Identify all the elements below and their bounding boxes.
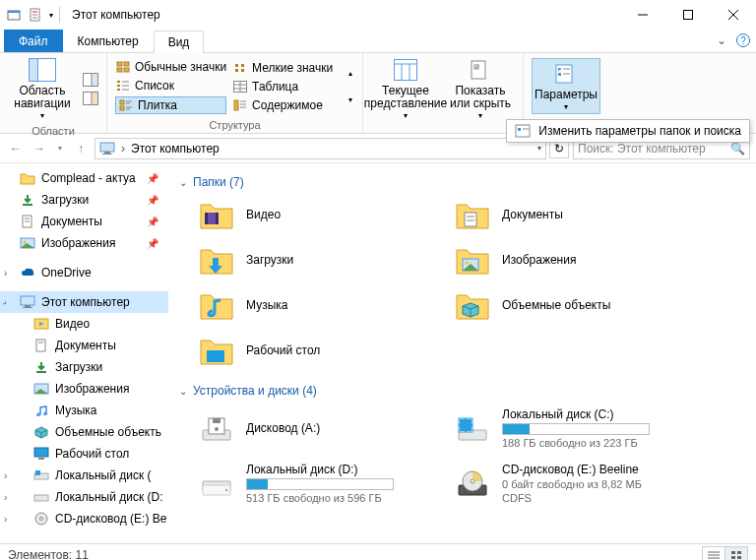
parameters-button[interactable]: Параметры ▾ [532,58,600,115]
nav-documents[interactable]: Документы📌 [0,211,168,232]
status-elements: Элементов: 11 [8,548,89,561]
nav-diskc[interactable]: ›Локальный диск ( [0,465,168,486]
drive-c[interactable]: Локальный диск (C:) 188 ГБ свободно из 2… [455,407,691,449]
nav-complead[interactable]: Complead - актуа📌 [0,167,168,189]
nav-music[interactable]: Музыка [0,400,168,421]
folder-music[interactable]: Музыка [199,289,435,321]
up-button[interactable]: ↑ [71,139,91,158]
floppy-icon [199,412,234,444]
nav-onedrive[interactable]: ›OneDrive [0,262,168,283]
svg-rect-11 [30,59,38,82]
svg-rect-59 [104,152,110,154]
expand-icon[interactable]: › [1,297,11,307]
folder-pictures[interactable]: Изображения [455,244,691,276]
svg-rect-16 [117,62,122,66]
properties-icon[interactable] [28,7,43,23]
address-field[interactable]: › Этот компьютер ▾ [94,138,546,159]
drive-a[interactable]: Дисковод (A:) [199,407,435,449]
svg-point-81 [40,518,43,521]
view-tile[interactable]: Плитка [115,96,226,114]
details-pane-button[interactable] [83,91,98,106]
minimize-button[interactable] [620,0,665,30]
tab-computer[interactable]: Компьютер [63,30,154,52]
tab-file[interactable]: Файл [4,30,63,52]
details-view-button[interactable] [702,546,725,561]
nav-diskd[interactable]: ›Локальный диск (D: [0,486,168,508]
ribbon-expand-icon[interactable]: ⌄ [717,33,726,47]
expand-icon[interactable]: › [4,514,7,525]
view-table[interactable]: Таблица [232,79,343,94]
folder-desktop[interactable]: Рабочий стол [199,335,435,366]
scroll-up-icon[interactable]: ▴ [348,69,352,78]
thispc-icon [99,141,115,156]
folder-downloads[interactable]: Загрузки [199,244,435,276]
close-button[interactable] [711,0,756,30]
show-hide-button[interactable]: Показать или скрыть ▾ [446,55,515,123]
nav-pane-button[interactable]: Область навигации ▾ [8,55,77,123]
folder-objects3d[interactable]: Объемные объекты [455,289,691,321]
preview-pane-button[interactable] [83,72,98,88]
window-title: Этот компьютер [72,8,160,22]
view-toggle [703,546,748,561]
titlebar: ▾ Этот компьютер [0,0,756,30]
body: Complead - актуа📌 Загрузки📌 Документы📌 И… [0,163,756,543]
view-content[interactable]: Содержимое [232,97,343,113]
nav-desktop[interactable]: Рабочий стол [0,443,168,465]
help-icon[interactable]: ? [736,33,750,47]
nav-downloads[interactable]: Загрузки📌 [0,189,168,211]
documents-icon [33,338,49,353]
expand-icon[interactable]: › [4,492,7,503]
tab-view[interactable]: Вид [154,31,205,53]
window-controls [620,0,756,30]
svg-rect-48 [472,61,485,79]
nav-pictures2[interactable]: Изображения [0,378,168,400]
nav-objects3d[interactable]: Объемные объекть [0,421,168,443]
app-icon [6,7,22,23]
view-list[interactable]: Список [115,78,226,93]
folders-section-header[interactable]: ⌄Папки (7) [179,175,746,189]
svg-rect-58 [100,143,114,152]
nav-cddisk[interactable]: ›CD-дисковод (E:) Be [0,508,168,529]
forward-button[interactable]: → [30,139,49,158]
nav-videos[interactable]: Видео [0,313,168,335]
current-view-button[interactable]: Текущее представление ▾ [371,55,440,123]
folder-documents[interactable]: Документы [455,199,691,230]
address-dropdown-icon[interactable]: ▾ [537,144,541,153]
parameters-icon [550,61,582,87]
change-folder-options-item[interactable]: Изменить параметры папок и поиска [538,124,741,138]
table-icon [232,79,248,94]
nav-thispc[interactable]: ›Этот компьютер [0,291,168,313]
expand-icon[interactable]: › [4,268,7,279]
history-dropdown[interactable]: ▾ [53,139,67,158]
ribbon: Область навигации ▾ Области Обычные знач… [0,53,756,134]
chevron-down-icon: ▾ [40,112,44,121]
svg-point-66 [24,241,27,244]
search-placeholder: Поиск: Этот компьютер [578,142,706,156]
view-small-icons[interactable]: Мелкие значки [232,60,343,76]
svg-rect-32 [235,64,238,67]
disk-icon [33,467,49,483]
view-more-icon[interactable]: ▾ [348,95,352,104]
svg-rect-20 [117,81,120,83]
back-button[interactable]: ← [6,139,26,158]
svg-rect-17 [124,62,129,66]
view-normal-icons[interactable]: Обычные значки [115,59,226,75]
devices-section-header[interactable]: ⌄Устройства и диски (4) [179,384,746,398]
drive-d[interactable]: Локальный диск (D:) 513 ГБ свободно из 5… [199,463,435,504]
nav-pictures[interactable]: Изображения📌 [0,232,168,254]
svg-rect-105 [467,426,472,431]
thumbnails-view-button[interactable] [724,546,748,561]
folder-video[interactable]: Видео [199,199,435,230]
nav-downloads2[interactable]: Загрузки [0,356,168,378]
nav-documents2[interactable]: Документы [0,335,168,356]
qat-dropdown-icon[interactable]: ▾ [49,11,53,20]
objects3d-folder-icon [455,289,490,321]
svg-rect-68 [25,305,31,307]
disk-icon [199,467,234,499]
cd-icon [33,511,49,527]
svg-rect-104 [460,426,465,431]
drive-e[interactable]: CD-дисковод (E:) Beeline 0 байт свободно… [455,463,691,504]
expand-icon[interactable]: › [4,470,7,481]
svg-rect-93 [213,418,220,423]
maximize-button[interactable] [665,0,711,30]
